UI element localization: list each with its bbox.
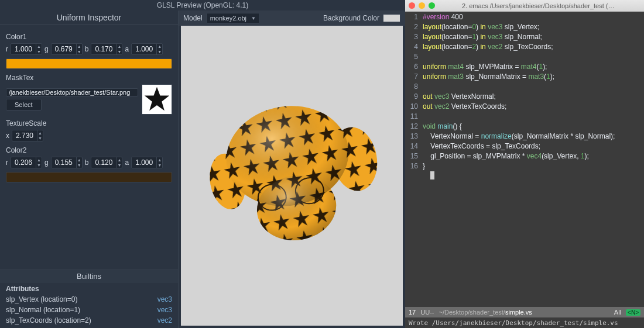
uniform-inspector-panel: Uniform Inspector Color1 r 1.000▲▼ g 0.6… [0,11,178,328]
stepper-icon[interactable]: ▲▼ [76,157,82,168]
emacs-window: 2. emacs /Users/janekbieser/Desktop/shad… [405,0,644,328]
inspector-title: Uniform Inspector [0,11,178,25]
model-label: Model [183,14,203,22]
color2-r-input[interactable]: 0.206▲▼ [11,157,42,168]
chevron-down-icon: ▼ [251,16,256,21]
svg-marker-0 [145,87,169,111]
emacs-titlebar[interactable]: 2. emacs /Users/janekbieser/Desktop/shad… [405,0,644,12]
color1-g-input[interactable]: 0.679▲▼ [51,43,83,55]
notify-badge: <N> [626,309,640,316]
color2-label: Color2 [6,146,172,154]
stepper-icon[interactable]: ▲▼ [116,157,122,168]
emacs-minibuffer: Wrote /Users/janekbieser/Desktop/shader_… [405,317,644,328]
color1-swatch[interactable] [6,58,172,69]
stepper-icon[interactable]: ▲▼ [36,44,42,54]
zoom-icon[interactable] [429,2,435,9]
traffic-lights[interactable] [409,2,435,9]
builtins-header: Builtins [0,270,178,282]
bgcolor-swatch[interactable] [383,14,400,22]
masktex-label: MaskTex [6,74,172,82]
color2-fields: r 0.206▲▼ g 0.155▲▼ b 0.120▲▼ a 1.000▲▼ [6,157,172,168]
color2-b-input[interactable]: 0.120▲▼ [91,157,122,168]
line-number-gutter: 12345678910111213141516 [405,12,420,307]
color2-swatch[interactable] [6,172,172,182]
emacs-window-title: 2. emacs /Users/janekbieser/Desktop/shad… [439,2,640,9]
attributes-heading: Attributes [6,285,172,293]
color2-g-input[interactable]: 0.155▲▼ [51,157,83,168]
stepper-icon[interactable]: ▲▼ [156,157,162,168]
select-button[interactable]: Select [6,99,42,111]
attribute-row: slp_Normal (location=1)vec3 [6,305,172,315]
stepper-icon[interactable]: ▲▼ [37,130,43,141]
bgcolor-label: Background Color [323,14,379,22]
editor-area[interactable]: 12345678910111213141516 #version 400layo… [405,12,644,307]
minimize-icon[interactable] [419,2,425,9]
code-content[interactable]: #version 400layout(location=0) in vec3 s… [420,12,644,307]
color1-r-input[interactable]: 1.000▲▼ [11,43,42,55]
attribute-row: slp_Vertex (location=0)vec3 [6,294,172,305]
stepper-icon[interactable]: ▲▼ [116,44,122,54]
rendered-model [204,91,380,261]
stepper-icon[interactable]: ▲▼ [76,44,82,54]
stepper-icon[interactable]: ▲▼ [156,44,162,54]
close-icon[interactable] [409,2,415,9]
modeline-flags: UU-- [420,309,434,316]
modeline-path: ~/Desktop/shader_test/simple.vs [439,309,609,316]
color1-a-input[interactable]: 1.000▲▼ [131,43,163,55]
attribute-row: slp_TexCoords (location=2)vec2 [6,315,172,326]
model-dropdown[interactable]: monkey2.obj ▼ [206,13,260,23]
glsl-preview-window: GLSL Preview (OpenGL: 4.1) Uniform Inspe… [0,0,405,328]
attributes-list: Attributes slp_Vertex (location=0)vec3sl… [0,282,178,328]
render-viewport[interactable] [181,26,403,326]
color1-b-input[interactable]: 0.170▲▼ [91,43,122,55]
modeline-count: 17 [409,309,416,316]
stepper-icon[interactable]: ▲▼ [36,157,42,168]
modeline-all: All [614,309,621,316]
viewport-toolbar: Model monkey2.obj ▼ Background Color [179,11,405,26]
masktex-preview [142,84,172,115]
color1-label: Color1 [6,33,172,41]
texscale-label: TextureScale [6,119,172,127]
viewport-panel: Model monkey2.obj ▼ Background Color [178,11,405,328]
uniform-scroll-area[interactable]: Color1 r 1.000▲▼ g 0.679▲▼ b 0.170▲▼ a 1… [0,25,178,270]
star-icon [143,86,170,113]
color1-fields: r 1.000▲▼ g 0.679▲▼ b 0.170▲▼ a 1.000▲▼ [6,43,172,55]
color2-a-input[interactable]: 1.000▲▼ [131,157,163,168]
texscale-x-input[interactable]: 2.730▲▼ [12,130,43,141]
masktex-path-input[interactable] [6,88,138,96]
glsl-window-title: GLSL Preview (OpenGL: 4.1) [0,0,405,11]
emacs-modeline: 17 UU-- ~/Desktop/shader_test/simple.vs … [405,307,644,317]
